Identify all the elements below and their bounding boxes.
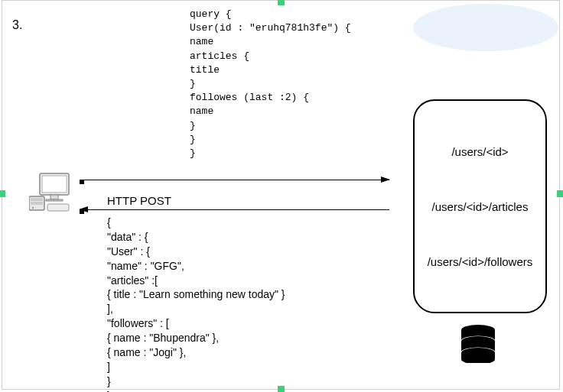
page-number: 3.	[12, 18, 22, 32]
server-endpoints-panel: /users/<id> /users/<id>/articles /users/…	[413, 99, 547, 313]
decorative-oval	[413, 4, 558, 51]
client-computer-icon	[29, 172, 73, 216]
resize-handle-left[interactable]	[0, 190, 5, 197]
svg-rect-6	[31, 202, 43, 205]
response-arrow	[80, 209, 389, 210]
http-method-label: HTTP POST	[107, 194, 171, 207]
resize-handle-right[interactable]	[557, 190, 563, 197]
database-icon	[459, 325, 497, 366]
graphql-query-code: query { User(id : "eruhq781h3fe") { name…	[190, 8, 351, 160]
endpoint-users: /users/<id>	[451, 145, 508, 158]
svg-rect-5	[31, 198, 43, 201]
svg-rect-3	[46, 199, 63, 201]
json-response-code: { "data" : { "User" : { "name" : "GFG", …	[107, 215, 285, 392]
resize-handle-top[interactable]	[278, 0, 285, 5]
svg-rect-2	[50, 195, 58, 199]
request-arrow	[80, 180, 389, 180]
svg-rect-1	[42, 176, 67, 193]
svg-point-7	[32, 207, 34, 209]
svg-rect-8	[47, 204, 69, 211]
endpoint-articles: /users/<id>/articles	[432, 200, 529, 213]
endpoint-followers: /users/<id>/followers	[428, 255, 533, 268]
